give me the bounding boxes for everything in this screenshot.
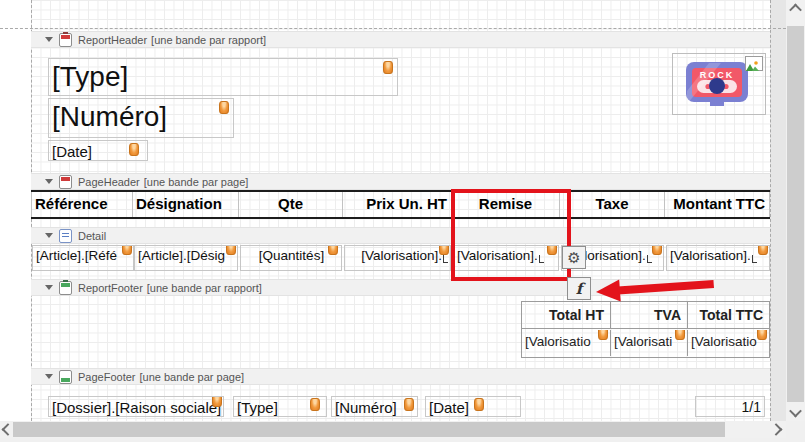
numero-field[interactable]: [Numéro]	[48, 98, 234, 138]
gear-icon: ⚙	[567, 250, 580, 265]
scroll-down-button[interactable]	[786, 404, 805, 421]
date-field-text: [Date]	[52, 143, 92, 160]
data-binding-marker	[675, 330, 685, 340]
scroll-left-button[interactable]	[0, 421, 13, 438]
data-binding-marker	[212, 396, 222, 407]
horizontal-scrollbar-area	[0, 421, 805, 442]
horizontal-scroll-thumb[interactable]	[13, 422, 725, 437]
page-footer-band-icon	[59, 370, 72, 384]
outside-page-area	[770, 0, 786, 421]
vertical-scrollbar[interactable]	[786, 0, 805, 421]
overflow-marker	[443, 255, 448, 263]
band-caption: PageFooter	[78, 371, 135, 383]
collapse-arrow-icon[interactable]	[45, 37, 53, 42]
data-binding-marker	[129, 143, 139, 156]
data-binding-marker	[757, 330, 767, 340]
data-binding-marker	[758, 245, 768, 255]
detail-cell-text: [Article].[Désig	[138, 248, 225, 263]
type-field[interactable]: [Type]	[48, 58, 398, 96]
band-caption: Detail	[78, 230, 106, 242]
footer-type-field[interactable]: [Type]	[233, 396, 327, 417]
chevron-down-icon	[789, 405, 802, 418]
field-text: [Numéro]	[335, 399, 397, 416]
logo-picture-box[interactable]: ROCK	[672, 53, 766, 115]
horizontal-scrollbar[interactable]	[0, 421, 786, 438]
report-footer-band-icon	[59, 281, 72, 295]
band-bar-report-header[interactable]: ReportHeader [une bande par rapport]	[31, 31, 770, 48]
total-ttc-value[interactable]: [Valorisatio	[687, 330, 769, 356]
report-designer: ReportHeader [une bande par rapport] [Ty…	[0, 0, 805, 442]
header-cell-montant-ttc[interactable]: Montant TTC	[665, 192, 770, 217]
report-header-band-icon	[59, 33, 72, 47]
header-cell-taxe[interactable]: Taxe	[560, 192, 665, 217]
data-binding-marker	[226, 245, 236, 255]
total-ttc-header[interactable]: Total TTC	[687, 302, 769, 329]
collapse-arrow-icon[interactable]	[45, 179, 53, 184]
band-caption: PageHeader	[78, 176, 140, 188]
detail-cell-prix-un-ht[interactable]: [Valorisation].	[344, 245, 451, 271]
footer-date-field[interactable]: [Date]	[425, 396, 521, 417]
data-binding-marker	[383, 61, 393, 74]
type-field-text: [Type]	[52, 61, 128, 92]
tva-value[interactable]: [Valorisati	[610, 330, 687, 356]
data-binding-marker	[219, 101, 229, 114]
collapse-arrow-icon[interactable]	[45, 285, 53, 290]
top-margin-guide	[0, 28, 786, 29]
numero-field-text: [Numéro]	[52, 101, 167, 132]
data-binding-marker	[122, 245, 132, 255]
band-bar-page-footer[interactable]: PageFooter [une bande par page]	[31, 368, 770, 385]
totals-value-text: [Valorisatio	[691, 334, 757, 349]
detail-cell-text: [Valorisation].	[361, 248, 442, 263]
right-margin-guide	[770, 0, 771, 421]
collapse-arrow-icon[interactable]	[45, 374, 53, 379]
chevron-right-icon	[769, 423, 782, 436]
gear-button[interactable]: ⚙	[562, 246, 586, 269]
page-number-field[interactable]: 1/1	[695, 396, 765, 417]
detail-band-icon	[59, 229, 72, 243]
remise-highlight-rectangle	[451, 189, 571, 281]
detail-cell-quantites[interactable]: [Quantités]	[240, 245, 342, 271]
rock-logo-image: ROCK	[685, 61, 749, 111]
header-cell-prix-un-ht[interactable]: Prix Un. HT	[343, 192, 452, 217]
totals-value-text: [Valorisati	[614, 334, 672, 349]
detail-cell-text: [Quantités]	[259, 248, 324, 263]
header-cell-reference[interactable]: Référence	[31, 192, 133, 217]
date-field[interactable]: [Date]	[48, 140, 148, 161]
total-ht-value[interactable]: [Valorisatio	[522, 330, 610, 356]
totals-table: Total HT TVA Total TTC [Valorisatio [Val…	[521, 301, 770, 358]
header-cell-qte[interactable]: Qte	[239, 192, 343, 217]
function-button[interactable]: f	[567, 277, 591, 300]
detail-cell-reference[interactable]: [Article].[Réfé	[32, 245, 134, 271]
detail-cell-text: [Valorisation].	[670, 248, 751, 263]
scroll-up-button[interactable]	[786, 0, 805, 17]
data-binding-marker	[598, 330, 608, 340]
header-cell-designation[interactable]: Désignation	[133, 192, 239, 217]
function-icon: f	[576, 280, 582, 298]
band-bar-detail[interactable]: Detail	[31, 227, 770, 244]
footer-numero-field[interactable]: [Numéro]	[331, 396, 418, 417]
chevron-up-icon	[789, 4, 802, 17]
page-header-band-icon	[59, 175, 72, 189]
band-caption: ReportFooter	[78, 282, 143, 294]
detail-cell-montant-ttc[interactable]: [Valorisation].	[666, 245, 770, 271]
picture-icon	[745, 56, 763, 71]
band-hint: [une bande par rapport]	[147, 282, 262, 294]
vertical-scroll-thumb[interactable]	[787, 26, 804, 402]
data-binding-marker	[404, 398, 414, 411]
band-hint: [une bande par rapport]	[151, 34, 266, 46]
scroll-right-button[interactable]	[768, 421, 786, 438]
band-caption: ReportHeader	[78, 34, 147, 46]
data-binding-marker	[328, 245, 338, 255]
band-bar-page-header[interactable]: PageHeader [une bande par page]	[31, 173, 770, 190]
column-header-row: Référence Désignation Qte Prix Un. HT Re…	[31, 190, 770, 219]
dossier-raison-sociale-field[interactable]: [Dossier].[Raison sociale]	[48, 396, 224, 417]
data-binding-marker	[474, 398, 484, 411]
overflow-marker	[647, 255, 652, 263]
detail-cell-designation[interactable]: [Article].[Désig	[134, 245, 238, 271]
totals-value-text: [Valorisatio	[525, 334, 591, 349]
collapse-arrow-icon[interactable]	[45, 233, 53, 238]
data-binding-marker	[439, 245, 449, 255]
page-number-text: 1/1	[742, 399, 761, 415]
data-binding-marker	[310, 398, 320, 411]
band-hint: [une bande par page]	[144, 176, 249, 188]
